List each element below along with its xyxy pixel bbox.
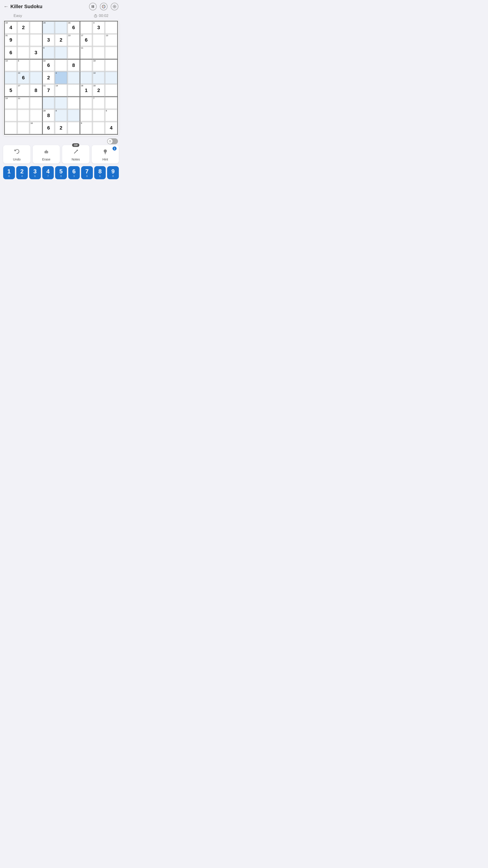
cell-r4c2[interactable]: 5 [17, 59, 30, 72]
num-button-9[interactable]: 98 [107, 166, 119, 179]
sudoku-grid[interactable]: 1942201564331932131761363911135226819106… [4, 21, 118, 135]
cell-r7c2[interactable]: 11 [17, 96, 30, 109]
cell-r6c5[interactable]: 14 [55, 84, 67, 97]
cell-r3c3[interactable]: 3 [30, 46, 42, 59]
cell-r7c5[interactable] [55, 96, 67, 109]
cell-r2c2[interactable] [17, 34, 30, 46]
cell-r4c5[interactable] [55, 59, 67, 72]
num-button-8[interactable]: 86 [94, 166, 106, 179]
erase-button[interactable]: Erase [33, 145, 60, 163]
cell-r9c7[interactable]: 8 [80, 122, 92, 134]
num-button-5[interactable]: 58 [55, 166, 67, 179]
cell-r4c4[interactable]: 226 [42, 59, 55, 72]
cell-r8c3[interactable] [30, 109, 42, 122]
cell-r3c7[interactable]: 11 [80, 46, 92, 59]
cell-r1c6[interactable]: 156 [67, 21, 80, 34]
cell-r6c2[interactable]: 17 [17, 84, 30, 97]
cell-r5c2[interactable]: 106 [17, 71, 30, 84]
cell-r6c8[interactable]: 152 [92, 84, 105, 97]
cell-r3c4[interactable]: 9 [42, 46, 55, 59]
cell-r7c8[interactable]: 7 [92, 96, 105, 109]
cell-r3c6[interactable] [67, 46, 80, 59]
cell-r5c8[interactable]: 10 [92, 71, 105, 84]
cell-r6c9[interactable] [105, 84, 118, 97]
pause-button[interactable] [89, 3, 97, 10]
num-button-2[interactable]: 24 [16, 166, 28, 179]
cell-r3c8[interactable] [92, 46, 105, 59]
cell-r1c1[interactable]: 194 [4, 21, 17, 34]
cell-r8c8[interactable] [92, 109, 105, 122]
cell-r8c9[interactable]: 6 [105, 109, 118, 122]
cell-r7c1[interactable]: 13 [4, 96, 17, 109]
cell-r2c8[interactable] [92, 34, 105, 46]
cell-r3c1[interactable]: 6 [4, 46, 17, 59]
cell-r7c7[interactable] [80, 96, 92, 109]
cell-r9c3[interactable]: 16 [30, 122, 42, 134]
cell-r9c2[interactable] [17, 122, 30, 134]
cell-r5c4[interactable]: 2 [42, 71, 55, 84]
cell-r9c9[interactable]: 4 [105, 122, 118, 134]
num-button-1[interactable]: 18 [3, 166, 15, 179]
cell-r8c6[interactable] [67, 109, 80, 122]
cell-r2c6[interactable]: 13 [67, 34, 80, 46]
cell-r5c1[interactable] [4, 71, 17, 84]
num-button-7[interactable]: 78 [81, 166, 93, 179]
cell-r9c1[interactable] [4, 122, 17, 134]
cell-r5c9[interactable] [105, 71, 118, 84]
cell-r5c5[interactable]: 4 [55, 71, 67, 84]
cell-r7c9[interactable] [105, 96, 118, 109]
cell-r9c8[interactable] [92, 122, 105, 134]
palette-button[interactable] [100, 3, 107, 10]
cell-r3c9[interactable] [105, 46, 118, 59]
cell-r9c6[interactable] [67, 122, 80, 134]
cell-r9c4[interactable]: 6 [42, 122, 55, 134]
cell-r7c4[interactable] [42, 96, 55, 109]
cell-r1c7[interactable] [80, 21, 92, 34]
cell-r1c8[interactable]: 43 [92, 21, 105, 34]
cell-r6c4[interactable]: 117 [42, 84, 55, 97]
cell-r5c6[interactable] [67, 71, 80, 84]
cell-r2c1[interactable]: 319 [4, 34, 17, 46]
cell-r8c5[interactable]: 8 [55, 109, 67, 122]
hint-button[interactable]: 1 Hint [92, 145, 119, 163]
num-button-6[interactable]: 63 [68, 166, 80, 179]
back-button[interactable]: ← [4, 4, 8, 9]
cell-r1c3[interactable] [30, 21, 42, 34]
cell-r2c7[interactable]: 176 [80, 34, 92, 46]
cell-r6c1[interactable]: 5 [4, 84, 17, 97]
cell-r8c7[interactable] [80, 109, 92, 122]
cell-r9c5[interactable]: 2 [55, 122, 67, 134]
notes-button[interactable]: Off Notes [62, 145, 90, 163]
cell-r1c5[interactable] [55, 21, 67, 34]
cell-r2c4[interactable]: 3 [42, 34, 55, 46]
cell-r8c4[interactable]: 288 [42, 109, 55, 122]
cell-r2c5[interactable]: 2 [55, 34, 67, 46]
cell-r2c9[interactable]: 13 [105, 34, 118, 46]
cell-r6c7[interactable]: 161 [80, 84, 92, 97]
notes-toggle[interactable] [107, 138, 118, 144]
cell-r3c2[interactable] [17, 46, 30, 59]
num-button-3[interactable]: 36 [29, 166, 41, 179]
cell-r1c2[interactable]: 2 [17, 21, 30, 34]
cell-r7c6[interactable] [67, 96, 80, 109]
cell-r5c3[interactable] [30, 71, 42, 84]
cell-r6c6[interactable] [67, 84, 80, 97]
cell-r4c1[interactable]: 13 [4, 59, 17, 72]
cell-r2c3[interactable] [30, 34, 42, 46]
cell-r6c3[interactable]: 8 [30, 84, 42, 97]
cell-r1c4[interactable]: 20 [42, 21, 55, 34]
cell-r1c9[interactable] [105, 21, 118, 34]
cell-r3c5[interactable] [55, 46, 67, 59]
num-button-4[interactable]: 47 [42, 166, 54, 179]
settings-button[interactable] [111, 3, 119, 10]
cell-r8c2[interactable] [17, 109, 30, 122]
cell-r4c3[interactable] [30, 59, 42, 72]
cell-r4c7[interactable] [80, 59, 92, 72]
cell-r7c3[interactable] [30, 96, 42, 109]
undo-button[interactable]: Undo [3, 145, 31, 163]
cell-r4c9[interactable] [105, 59, 118, 72]
cell-r8c1[interactable] [4, 109, 17, 122]
cell-r4c8[interactable]: 19 [92, 59, 105, 72]
cell-r5c7[interactable] [80, 71, 92, 84]
cell-r4c6[interactable]: 8 [67, 59, 80, 72]
